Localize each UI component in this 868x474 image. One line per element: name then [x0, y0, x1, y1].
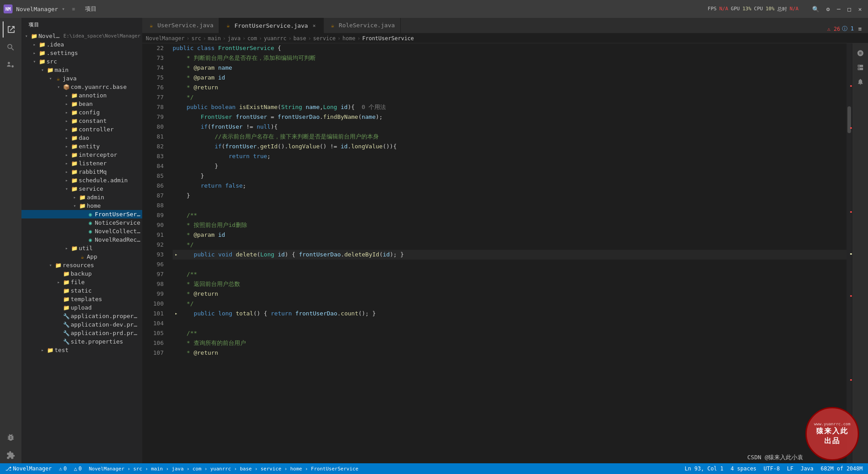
tree-item-main[interactable]: ▾ 📁 main: [21, 66, 142, 74]
tree-item-idea[interactable]: ▸ 📁 .idea: [21, 40, 142, 49]
tree-item-config[interactable]: ▸ 📁 config: [21, 108, 142, 117]
bc-yuanrrc[interactable]: yuanrrc: [264, 35, 287, 42]
bc-base[interactable]: base: [293, 35, 306, 42]
code-line-99: * @return: [173, 289, 847, 299]
tree-item-app-props[interactable]: 🔧 application.properties: [21, 312, 142, 320]
tree-item-dao[interactable]: ▸ 📁 dao: [21, 134, 142, 142]
encoding-label: UTF-8: [764, 466, 780, 472]
tree-item-FrontUserService[interactable]: ◉ FrontUserService: [21, 210, 142, 218]
tree-item-admin[interactable]: ▸ 📁 admin: [21, 193, 142, 201]
tree-item-interceptor[interactable]: ▸ 📁 interceptor: [21, 151, 142, 159]
main-label: main: [55, 67, 68, 73]
tree-item-constant[interactable]: ▸ 📁 constant: [21, 117, 142, 125]
bc-java[interactable]: java: [228, 35, 241, 42]
bc-main[interactable]: main: [208, 35, 221, 42]
tab-RoleService[interactable]: ☕ RoleService.java: [324, 18, 401, 33]
code-line-86: return false;: [173, 181, 847, 191]
status-line-col[interactable]: Ln 93, Col 1: [683, 466, 725, 472]
status-branch[interactable]: ⎇ NovelManager: [4, 466, 54, 472]
backup-label: backup: [71, 270, 92, 277]
tree-item-templates[interactable]: 📁 templates: [21, 295, 142, 303]
tree-item-util[interactable]: ▸ 📁 util: [21, 244, 142, 252]
code-line-104: [173, 319, 847, 328]
tree-item-listener[interactable]: ▸ 📁 listener: [21, 159, 142, 168]
sidebar-content[interactable]: ▾ 📁 NovelManager E:\idea_space\NovelMana…: [21, 32, 142, 463]
tree-item-root[interactable]: ▾ 📁 NovelManager E:\idea_space\NovelMana…: [21, 32, 142, 40]
code-area[interactable]: public class FrontUserService { * 判断前台用户…: [169, 43, 847, 463]
tree-item-java[interactable]: ▾ ☕ java: [21, 74, 142, 83]
menu-project[interactable]: 项目: [82, 4, 99, 14]
status-path: NovelManager › src › main › java › com ›…: [89, 466, 359, 472]
settings-btn[interactable]: ⚙: [824, 5, 833, 13]
activity-explorer[interactable]: [3, 21, 19, 38]
right-notifications-icon[interactable]: [854, 76, 867, 88]
minimize-btn[interactable]: ─: [834, 5, 843, 13]
tree-item-package[interactable]: ▾ 📦 com.yuanrrc.base: [21, 83, 142, 91]
tree-item-site-props[interactable]: 🔧 site.properties: [21, 337, 142, 346]
tree-item-test[interactable]: ▸ 📁 test: [21, 346, 142, 354]
right-ai-icon[interactable]: [854, 47, 867, 59]
tree-item-controller[interactable]: ▸ 📁 controller: [21, 125, 142, 134]
app-label: App: [87, 253, 97, 260]
main-layout: 项目 ▾ 📁 NovelManager E:\idea_space\NovelM…: [0, 18, 868, 463]
tree-item-App[interactable]: ☕ App: [21, 252, 142, 261]
close-btn[interactable]: ✕: [855, 5, 864, 13]
tree-item-NoticeService[interactable]: ◉ NoticeService: [21, 218, 142, 227]
editor-scrollbar[interactable]: [847, 43, 852, 463]
bc-service[interactable]: service: [313, 35, 336, 42]
activity-vcs[interactable]: [3, 57, 19, 73]
maximize-btn[interactable]: □: [845, 5, 854, 13]
search-btn[interactable]: 🔍: [809, 5, 822, 13]
bc-com[interactable]: com: [247, 35, 257, 42]
memory-label: 682M of 2048M: [821, 466, 863, 472]
tab-menu-btn[interactable]: ≡: [855, 25, 864, 33]
tree-item-home[interactable]: ▾ 📁 home: [21, 201, 142, 210]
activity-search[interactable]: [3, 39, 19, 55]
tree-item-upload[interactable]: 📁 upload: [21, 303, 142, 312]
tree-item-prd-props[interactable]: 🔧 application-prd.properties: [21, 329, 142, 337]
fold-101[interactable]: ▸: [173, 309, 180, 319]
config-icon: 📁: [71, 109, 78, 116]
status-encoding[interactable]: UTF-8: [762, 466, 782, 472]
tree-item-dev-props[interactable]: 🔧 application-dev.properties: [21, 320, 142, 329]
bc-home[interactable]: home: [343, 35, 356, 42]
tree-item-entity[interactable]: ▸ 📁 entity: [21, 142, 142, 151]
status-indent[interactable]: 4 spaces: [729, 466, 758, 472]
bc-src[interactable]: src: [191, 35, 201, 42]
status-lang[interactable]: Java: [799, 466, 815, 472]
root-arrow: ▾: [23, 34, 30, 38]
tree-item-NovelCollectService[interactable]: ◉ NovelCollectService: [21, 227, 142, 235]
tree-item-static[interactable]: 📁 static: [21, 286, 142, 295]
status-errors[interactable]: ⚠ 0: [57, 466, 68, 472]
tree-item-service[interactable]: ▾ 📁 service: [21, 185, 142, 193]
status-line-ending[interactable]: LF: [785, 466, 795, 472]
tree-item-annotion[interactable]: ▸ 📁 annotion: [21, 91, 142, 100]
tree-item-bean[interactable]: ▸ 📁 bean: [21, 100, 142, 108]
status-memory[interactable]: 682M of 2048M: [819, 466, 864, 472]
bc-FrontUserService[interactable]: FrontUserService: [362, 35, 414, 42]
tree-item-NovelReadRecordService[interactable]: ◉ NovelReadRecordService: [21, 235, 142, 244]
tab-FUS-close[interactable]: ✕: [311, 22, 318, 29]
right-db-icon[interactable]: [854, 61, 867, 74]
tab-UserService[interactable]: ☕ UserService.java: [142, 18, 219, 33]
tree-item-settings[interactable]: ▸ 📁 .settings: [21, 49, 142, 57]
tree-item-backup[interactable]: 📁 backup: [21, 269, 142, 278]
test-label: test: [55, 347, 68, 353]
activity-extensions[interactable]: [3, 447, 19, 463]
fold-93[interactable]: ▸: [173, 250, 180, 260]
tree-item-src[interactable]: ▾ 📁 src: [21, 57, 142, 66]
scrollbar-thumb[interactable]: [847, 106, 851, 133]
hamburger-menu[interactable]: ≡: [72, 6, 75, 12]
tree-item-resources[interactable]: ▾ 📁 resources: [21, 261, 142, 269]
bc-novelmanager[interactable]: NovelManager: [146, 35, 185, 42]
java-arrow: ▾: [47, 76, 54, 81]
tree-item-rabbitMq[interactable]: ▸ 📁 rabbitMq: [21, 168, 142, 176]
tree-item-schedule[interactable]: ▸ 📁 schedule.admin: [21, 176, 142, 185]
tab-FrontUserService[interactable]: ☕ FrontUserService.java ✕: [219, 18, 323, 33]
tree-item-file[interactable]: ▸ 📁 file: [21, 278, 142, 286]
code-line-22: public class FrontUserService {: [173, 43, 847, 53]
code-line-98: * 返回前台用户总数: [173, 279, 847, 289]
code-line-82: if(frontUser.getId().longValue() != id.l…: [173, 142, 847, 151]
status-warnings[interactable]: △ 0: [72, 466, 83, 472]
activity-debug[interactable]: [3, 429, 19, 445]
